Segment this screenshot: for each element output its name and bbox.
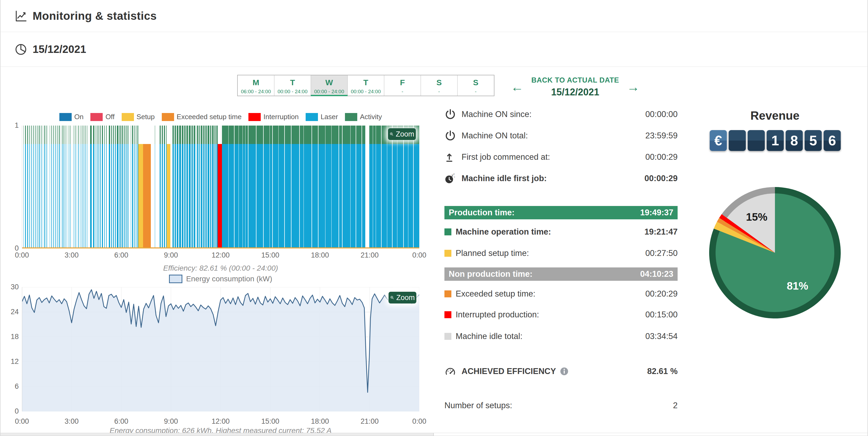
legend-label: Activity	[360, 113, 382, 121]
week-tab-day-label: F	[384, 78, 421, 87]
machine-state-timeline-chart[interactable]	[22, 126, 419, 248]
revenue-digit-tile: 1	[767, 130, 784, 151]
back-to-actual-date-button[interactable]: BACK TO ACTUAL DATE	[531, 76, 619, 85]
stat-value: 03:34:54	[645, 332, 678, 341]
week-tab-s-5[interactable]: S-	[421, 75, 458, 96]
timeline-x-tick: 0:00	[412, 251, 427, 259]
efficiency-caption: Efficiency: 82.61 % (00:00 - 24:00)	[22, 264, 419, 272]
gauge-icon	[444, 365, 458, 377]
timeline-x-tick: 12:00	[212, 251, 230, 259]
stat-label: ACHIEVED EFFICIENCY	[462, 367, 556, 376]
revenue-digit-tile: 6	[824, 130, 841, 151]
stat-value: 00:00:29	[645, 152, 678, 162]
magnifier-plus-icon	[390, 294, 394, 301]
svg-text:z: z	[454, 175, 455, 178]
stat-row: Exceeded setup time:00:20:29	[444, 286, 678, 302]
legend-swatch	[122, 113, 134, 121]
svg-text:z: z	[452, 174, 453, 177]
week-tab-time-range: 06:00 - 24:00	[238, 89, 274, 95]
stat-value: 00:20:29	[645, 289, 678, 299]
timeline-x-tick: 9:00	[164, 251, 178, 259]
current-date-title: 15/12/2021	[33, 43, 86, 55]
stat-label: Machine ON total:	[462, 131, 528, 140]
revenue-pie-chart: 81%15%	[705, 183, 844, 322]
revenue-digit-tile: 5	[805, 130, 822, 151]
stats-header-value: 04:10:23	[640, 269, 673, 279]
legend-item: Activity	[345, 113, 382, 121]
info-icon[interactable]	[560, 367, 569, 376]
week-tab-t-3[interactable]: T00:00 - 24:00	[348, 75, 384, 96]
week-tab-s-6[interactable]: S-	[458, 75, 494, 96]
week-tab-time-range: 00:00 - 24:00	[348, 89, 384, 95]
legend-label: Off	[105, 113, 115, 121]
stat-row: Interrupted production:00:15:00	[444, 307, 678, 323]
energy-y-tick: 6	[8, 382, 19, 391]
energy-x-tick: 0:00	[412, 417, 427, 426]
timeline-x-tick: 3:00	[64, 251, 79, 259]
legend-label: On	[74, 113, 84, 121]
horizontal-scrollbar-thumb[interactable]	[1, 433, 433, 436]
date-nav-center: BACK TO ACTUAL DATE 15/12/2021	[531, 76, 619, 98]
week-selector: M06:00 - 24:00T00:00 - 24:00W00:00 - 24:…	[237, 75, 494, 96]
stat-color-swatch	[444, 228, 452, 235]
energy-zoom-button[interactable]: Zoom	[389, 292, 416, 303]
stats-header-label: Non production time:	[449, 269, 532, 279]
week-tab-day-label: T	[348, 78, 384, 87]
energy-x-tick: 18:00	[311, 417, 329, 426]
week-tab-w-2[interactable]: W00:00 - 24:00	[311, 75, 348, 96]
legend-item: Exceeded setup time	[162, 113, 242, 121]
revenue-digit-tile: 8	[786, 130, 803, 151]
revenue-digit-tile	[729, 130, 746, 151]
energy-consumption-chart[interactable]	[22, 287, 419, 411]
energy-x-tick: 3:00	[64, 417, 79, 426]
legend-swatch	[90, 113, 103, 121]
first-job-icon	[444, 151, 458, 163]
next-day-arrow[interactable]: →	[627, 81, 640, 94]
week-tab-m-0[interactable]: M06:00 - 24:00	[238, 75, 274, 96]
timeline-x-tick: 6:00	[114, 251, 128, 259]
stat-color-swatch	[444, 333, 452, 340]
energy-x-tick: 12:00	[212, 417, 230, 426]
monitoring-statistics-page: Monitoring & statistics 15/12/2021 M06:0…	[0, 0, 868, 436]
week-tab-day-label: S	[458, 78, 494, 87]
energy-y-tick: 18	[8, 333, 19, 341]
week-tab-time-range: 00:00 - 24:00	[311, 89, 347, 95]
week-tab-f-4[interactable]: F-	[384, 75, 421, 96]
energy-x-tick: 0:00	[15, 417, 29, 426]
stat-row: Machine idle total:03:34:54	[444, 328, 678, 344]
energy-x-tick: 21:00	[361, 417, 379, 426]
stats-header-value: 19:49:37	[640, 208, 673, 217]
revenue-currency-tile: €	[710, 130, 727, 151]
energy-x-tick: 6:00	[114, 417, 128, 426]
zoom-button-label: Zoom	[396, 130, 414, 138]
timeline-zoom-button[interactable]: Zoom	[388, 128, 416, 140]
pie-slice-label: 81%	[787, 280, 808, 292]
previous-day-arrow[interactable]: ←	[511, 81, 524, 94]
stat-value: 00:00:29	[645, 174, 678, 183]
stat-color-swatch	[444, 250, 452, 257]
stat-value: 00:27:50	[645, 248, 678, 258]
timeline-x-tick: 0:00	[15, 251, 29, 259]
legend-label: Interruption	[264, 113, 299, 121]
stat-label: Number of setups:	[444, 401, 512, 410]
timeline-ymax-label: 1	[8, 121, 19, 130]
timeline-x-tick: 18:00	[311, 251, 329, 259]
week-tab-t-1[interactable]: T00:00 - 24:00	[274, 75, 311, 96]
pie-slice-label: 15%	[746, 211, 768, 223]
timeline-x-tick: 15:00	[261, 251, 279, 259]
stat-row: ACHIEVED EFFICIENCY82.61 %	[444, 363, 678, 379]
legend-item: Laser	[306, 113, 338, 121]
pane-divider	[433, 433, 434, 436]
energy-x-tick: 9:00	[164, 417, 178, 426]
titlebar: Monitoring & statistics	[1, 0, 867, 32]
magnifier-plus-icon	[390, 131, 394, 138]
week-tab-time-range: -	[384, 89, 421, 95]
legend-label: Setup	[137, 113, 155, 121]
legend-item: On	[59, 113, 84, 121]
date-nav-current-date: 15/12/2021	[531, 87, 619, 98]
week-tab-time-range: 00:00 - 24:00	[274, 89, 311, 95]
timeline-legend: OnOffSetupExceeded setup timeInterruptio…	[22, 113, 419, 121]
stat-value: 00:15:00	[645, 310, 678, 320]
legend-item: Setup	[122, 113, 155, 121]
energy-legend: Energy consumption (kW)	[22, 275, 419, 283]
